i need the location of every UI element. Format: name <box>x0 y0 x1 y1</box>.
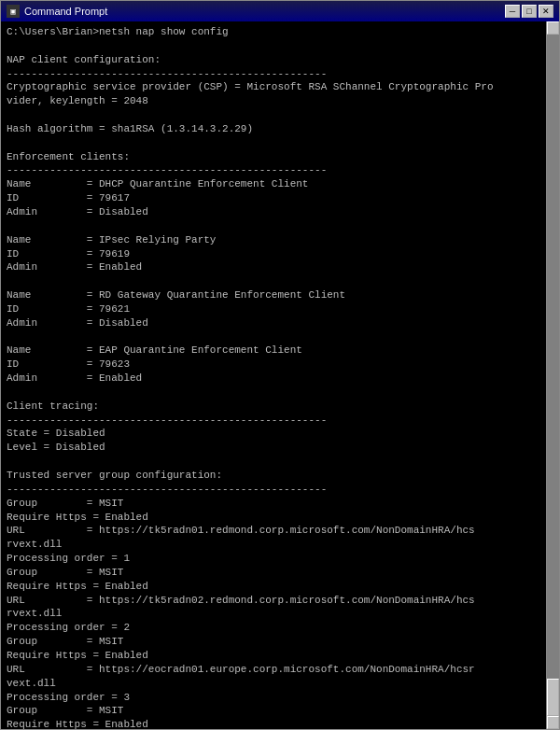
cmd-window: ▣ Command Prompt ─ □ ✕ C:\Users\Brian>ne… <box>0 0 560 730</box>
close-button[interactable]: ✕ <box>539 5 553 18</box>
content-area: C:\Users\Brian>netsh nap show config NAP… <box>1 21 559 729</box>
scroll-track[interactable] <box>547 35 559 716</box>
maximize-button[interactable]: □ <box>522 5 537 18</box>
window-title: Command Prompt <box>24 6 505 17</box>
minimize-button[interactable]: ─ <box>505 5 520 18</box>
window-icon: ▣ <box>7 5 20 18</box>
title-bar-buttons: ─ □ ✕ <box>505 5 553 18</box>
title-bar: ▣ Command Prompt ─ □ ✕ <box>1 1 559 21</box>
scroll-down-button[interactable]: ▼ <box>547 716 559 729</box>
scrollbar[interactable]: ▲ ▼ <box>546 21 559 729</box>
scroll-up-button[interactable]: ▲ <box>547 21 559 35</box>
terminal-output[interactable]: C:\Users\Brian>netsh nap show config NAP… <box>1 21 546 729</box>
scroll-thumb[interactable] <box>547 679 559 716</box>
